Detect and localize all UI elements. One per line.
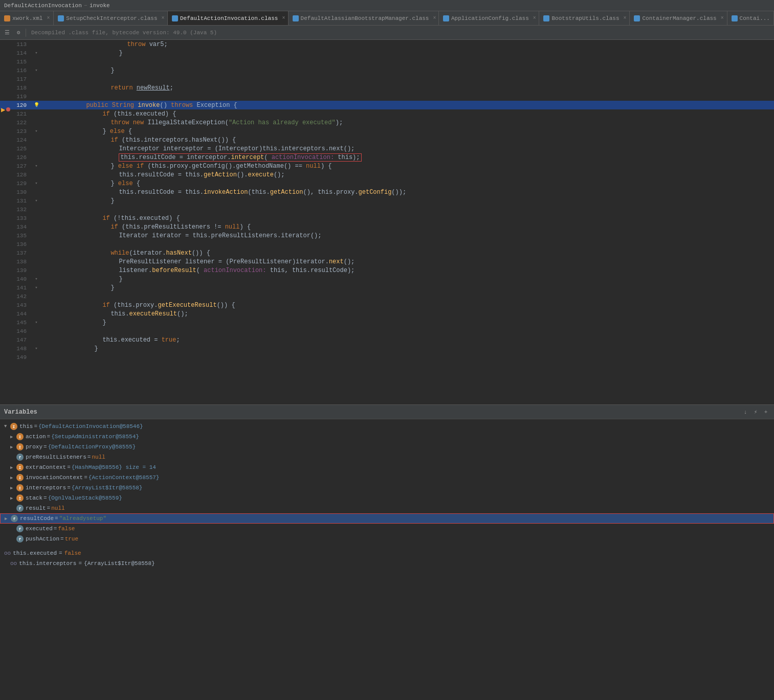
var-invocationcontext[interactable]: ▶ I invocationContext = {ActionContext@5… [0,472,774,483]
tab-close-setup[interactable]: × [162,15,165,21]
fold-arrow-145[interactable]: ▾ [35,320,37,325]
fold-arrow-148[interactable]: ▾ [35,346,37,351]
expand-resultcode[interactable]: ▶ [5,516,11,522]
var-name-invocationcontext: invocationContext [26,475,83,481]
tab-close-appconfig[interactable]: × [533,15,536,21]
linenum-123: 123 [11,128,31,134]
var-value-resultcode: "alreadysetup" [59,515,106,522]
var-proxy[interactable]: ▶ I proxy = {DefaultActionProxy@58555} [0,442,774,452]
code-line-114: 114 ▾ } [0,49,774,57]
tab-icon-xwork [4,15,10,21]
linenum-116: 116 [11,67,31,74]
fold-141: ▾ [31,285,42,290]
fold-arrow-131[interactable]: ▾ [35,198,37,204]
fold-arrow-141[interactable]: ▾ [35,285,37,290]
var-this[interactable]: ▼ I this = {DefaultActionInvocation@5854… [0,421,774,432]
panel-toolbar: ↓ ⚡ + [741,408,770,416]
expand-stack[interactable]: ▶ [10,495,16,501]
var-value-executed: false [58,526,75,532]
var-name-stack: stack [26,495,42,501]
fold-arrow-114[interactable]: ▾ [35,50,37,56]
expand-action[interactable]: ▶ [10,434,16,440]
expand-this[interactable]: ▼ [4,424,10,429]
variables-content[interactable]: ▼ I this = {DefaultActionInvocation@5854… [0,419,774,700]
var-value-invocationcontext: {ActionContext@58557} [89,475,160,481]
tab-close-xwork[interactable]: × [47,15,50,21]
panel-down-icon[interactable]: ↓ [741,408,749,416]
linenum-113: 113 [11,41,31,48]
watch-eq-interceptors: = [78,560,82,567]
tab-bootstrap[interactable]: BootstrapUtils.class × [539,11,630,26]
linenum-145: 145 [11,320,31,326]
tab-close-container[interactable]: × [721,15,724,21]
var-name-pushaction: pushAction [26,536,59,542]
oo-prefix-interceptors: oo [10,560,17,567]
var-eq-resultcode: = [55,515,58,522]
code-line-135: 135 Iterator iterator = this.preResultLi… [0,231,774,240]
var-name-resultcode: resultCode [20,515,54,522]
var-eq-proxy: = [43,444,47,450]
fold-arrow-116[interactable]: ▾ [35,67,37,73]
tab-close-atlassian[interactable]: × [433,15,436,21]
linenum-133: 133 [11,215,31,221]
linenum-115: 115 [11,59,31,65]
tab-close-bootstrap[interactable]: × [624,15,627,21]
var-extracontext[interactable]: ▶ I extraContext = {HashMap@58556} size … [0,462,774,472]
tab-appconfig[interactable]: ApplicationConfig.class × [439,11,540,26]
fold-140: ▾ [31,276,42,282]
expand-invocationcontext[interactable]: ▶ [10,475,16,481]
expand-proxy[interactable]: ▶ [10,444,16,450]
watch-interceptors[interactable]: oo this.interceptors = {ArrayList$Itr@58… [0,558,774,569]
code-line-149: 149 [0,353,774,362]
var-icon-pushaction: f [16,535,24,543]
linenum-131: 131 [11,198,31,204]
watch-eq-executed: = [59,550,62,556]
tab-contain2[interactable]: Contai... [727,11,774,26]
var-preresult[interactable]: f preResultListeners = null [0,452,774,462]
main-toolbar: ☰ ⚙ Decompiled .class file, bytecode ver… [0,26,774,40]
var-icon-resultcode: f [11,515,18,522]
code-line-144: 144 this.executeResult(); [0,309,774,318]
settings-icon[interactable]: ⚙ [14,29,23,37]
var-icon-action: I [16,433,24,440]
expand-extracontext[interactable]: ▶ [10,465,16,470]
tab-close-default-action[interactable]: × [282,15,285,21]
window-title: DefaultActionInvocation [4,3,82,9]
tab-bar: xwork.xml × SetupCheckInterceptor.class … [0,11,774,26]
var-action[interactable]: ▶ I action = {SetupAdministrator@58554} [0,432,774,442]
var-name-this: this [19,423,33,430]
fold-127: ▾ [31,163,42,169]
tab-label-appconfig: ApplicationConfig.class [451,15,529,21]
oo-prefix-executed: oo [4,550,11,556]
linenum-138: 138 [11,259,31,265]
var-stack[interactable]: ▶ I stack = {OgnlValueStack@58559} [0,493,774,503]
var-resultcode[interactable]: ▶ f resultCode = "alreadysetup" [0,513,774,524]
var-executed[interactable]: f executed = false [0,524,774,534]
tab-atlassian[interactable]: DefaultAtlassianBootstrapManager.class × [289,11,439,26]
linenum-129: 129 [11,180,31,187]
panel-filter-icon[interactable]: ⚡ [751,408,760,416]
tab-container[interactable]: ContainerManager.class × [630,11,727,26]
var-interceptors[interactable]: ▶ I interceptors = {ArrayList$Itr@58558} [0,483,774,493]
var-name-action: action [26,434,46,440]
fold-148: ▾ [31,346,42,351]
fold-arrow-127[interactable]: ▾ [35,163,37,169]
var-result[interactable]: f result = null [0,503,774,513]
tab-default-action[interactable]: DefaultActionInvocation.class × [168,11,289,26]
watch-executed[interactable]: oo this.executed = false [0,548,774,558]
linenum-149: 149 [11,354,31,360]
code-line-140: 140 ▾ } [0,275,774,283]
tab-icon-default-action [172,15,178,21]
toolbar-sep [26,29,26,37]
tab-setup[interactable]: SetupCheckInterceptor.class × [54,11,168,26]
fold-arrow-123[interactable]: ▾ [35,128,37,134]
fold-arrow-140[interactable]: ▾ [35,276,37,282]
hamburger-icon[interactable]: ☰ [3,29,11,37]
panel-add-icon[interactable]: + [762,408,770,416]
fold-arrow-129[interactable]: ▾ [35,180,37,186]
var-pushaction[interactable]: f pushAction = true [0,534,774,544]
var-value-extracontext: {HashMap@58556} size = 14 [72,464,156,470]
var-icon-stack: I [16,494,24,502]
expand-interceptors[interactable]: ▶ [10,485,16,491]
tab-xwork[interactable]: xwork.xml × [0,11,54,26]
